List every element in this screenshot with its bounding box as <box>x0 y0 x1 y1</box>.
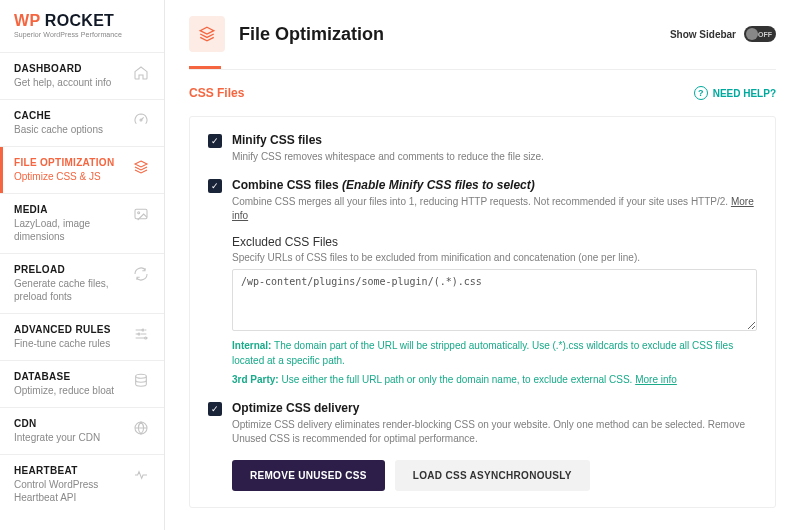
page-title: File Optimization <box>239 24 656 45</box>
sidebar-item-heartbeat[interactable]: HEARTBEAT Control WordPress Heartbeat AP… <box>0 454 164 514</box>
sidebar: WP ROCKET Superior WordPress Performance… <box>0 0 165 530</box>
database-icon <box>132 371 150 397</box>
toggle-switch[interactable]: OFF <box>744 26 776 42</box>
sidebar-item-advanced-rules[interactable]: ADVANCED RULES Fine-tune cache rules <box>0 313 164 360</box>
sidebar-item-label: DATABASE <box>14 371 124 382</box>
sidebar-item-dashboard[interactable]: DASHBOARD Get help, account info <box>0 52 164 99</box>
sidebar-item-sub: Basic cache options <box>14 123 124 136</box>
show-sidebar-toggle[interactable]: Show Sidebar OFF <box>670 26 776 42</box>
sidebar-item-label: MEDIA <box>14 204 124 215</box>
sidebar-item-sub: Generate cache files, preload fonts <box>14 277 124 303</box>
option-optimize-delivery: ✓ Optimize CSS delivery Optimize CSS del… <box>208 401 757 491</box>
option-title: Minify CSS files <box>232 133 757 147</box>
sidebar-item-database[interactable]: DATABASE Optimize, reduce bloat <box>0 360 164 407</box>
sidebar-item-label: DASHBOARD <box>14 63 124 74</box>
checkbox-combine[interactable]: ✓ <box>208 179 222 193</box>
gauge-icon <box>132 110 150 136</box>
sidebar-item-media[interactable]: MEDIA LazyLoad, image dimensions <box>0 193 164 253</box>
option-minify-css: ✓ Minify CSS files Minify CSS removes wh… <box>208 133 757 164</box>
brand-tagline: Superior WordPress Performance <box>14 31 150 38</box>
brand-rocket: ROCKET <box>45 12 114 29</box>
svg-point-5 <box>145 337 147 339</box>
main-content: File Optimization Show Sidebar OFF CSS F… <box>165 0 800 530</box>
excluded-help: Specify URLs of CSS files to be excluded… <box>232 252 757 263</box>
sidebar-item-label: CDN <box>14 418 124 429</box>
option-desc: Minify CSS removes whitespace and commen… <box>232 150 757 164</box>
sidebar-item-label: ADVANCED RULES <box>14 324 124 335</box>
sidebar-item-sub: Fine-tune cache rules <box>14 337 124 350</box>
sliders-icon <box>132 324 150 350</box>
globe-icon <box>132 418 150 444</box>
section-title: CSS Files <box>189 86 694 100</box>
layers-icon <box>132 157 150 183</box>
sidebar-item-sub: Integrate your CDN <box>14 431 124 444</box>
brand-logo: WP ROCKET Superior WordPress Performance <box>0 0 164 52</box>
sidebar-item-label: FILE OPTIMIZATION <box>14 157 124 168</box>
hint-thirdparty: 3rd Party: Use either the full URL path … <box>232 372 757 387</box>
checkbox-minify[interactable]: ✓ <box>208 134 222 148</box>
toggle-state-label: OFF <box>758 31 772 38</box>
need-help-link[interactable]: ? NEED HELP? <box>694 86 776 100</box>
option-title: Combine CSS files (Enable Minify CSS fil… <box>232 178 757 192</box>
heartbeat-icon <box>132 465 150 504</box>
option-desc: Combine CSS merges all your files into 1… <box>232 195 757 223</box>
show-sidebar-label: Show Sidebar <box>670 29 736 40</box>
excluded-label: Excluded CSS Files <box>232 235 757 249</box>
remove-unused-css-button[interactable]: REMOVE UNUSED CSS <box>232 460 385 491</box>
svg-point-2 <box>138 212 140 214</box>
svg-point-4 <box>138 333 140 335</box>
option-combine-css: ✓ Combine CSS files (Enable Minify CSS f… <box>208 178 757 387</box>
sidebar-item-cdn[interactable]: CDN Integrate your CDN <box>0 407 164 454</box>
option-desc: Optimize CSS delivery eliminates render-… <box>232 418 757 446</box>
sidebar-item-sub: LazyLoad, image dimensions <box>14 217 124 243</box>
sidebar-item-sub: Control WordPress Heartbeat API <box>14 478 124 504</box>
need-help-label: NEED HELP? <box>713 88 776 99</box>
refresh-icon <box>132 264 150 303</box>
active-tab-indicator <box>189 66 221 69</box>
excluded-css-textarea[interactable] <box>232 269 757 331</box>
option-title: Optimize CSS delivery <box>232 401 757 415</box>
layers-icon <box>189 16 225 52</box>
svg-point-3 <box>142 329 144 331</box>
sidebar-item-sub: Optimize, reduce bloat <box>14 384 124 397</box>
page-header: File Optimization Show Sidebar OFF <box>165 0 800 52</box>
sidebar-item-label: PRELOAD <box>14 264 124 275</box>
image-icon <box>132 204 150 243</box>
help-icon: ? <box>694 86 708 100</box>
load-css-async-button[interactable]: LOAD CSS ASYNCHRONOUSLY <box>395 460 590 491</box>
sidebar-item-sub: Optimize CSS & JS <box>14 170 124 183</box>
css-options-card: ✓ Minify CSS files Minify CSS removes wh… <box>189 116 776 508</box>
home-icon <box>132 63 150 89</box>
sidebar-item-cache[interactable]: CACHE Basic cache options <box>0 99 164 146</box>
sidebar-item-label: HEARTBEAT <box>14 465 124 476</box>
checkbox-optimize-delivery[interactable]: ✓ <box>208 402 222 416</box>
sidebar-item-sub: Get help, account info <box>14 76 124 89</box>
svg-point-6 <box>136 374 147 378</box>
sidebar-item-preload[interactable]: PRELOAD Generate cache files, preload fo… <box>0 253 164 313</box>
sidebar-item-file-optimization[interactable]: FILE OPTIMIZATION Optimize CSS & JS <box>0 146 164 193</box>
brand-wp: WP <box>14 12 40 29</box>
hint-internal: Internal: The domain part of the URL wil… <box>232 338 757 368</box>
more-info-link[interactable]: More info <box>635 374 677 385</box>
sidebar-item-label: CACHE <box>14 110 124 121</box>
